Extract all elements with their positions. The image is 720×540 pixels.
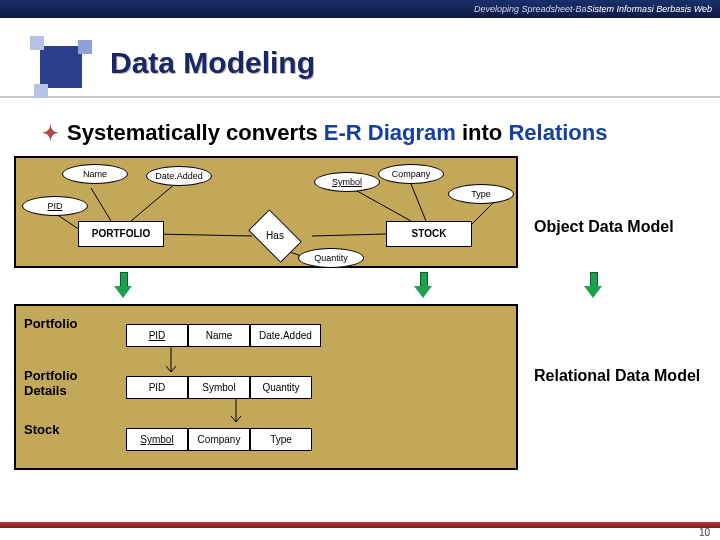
attr-date-added: Date.Added (146, 166, 212, 186)
col-name: Name (188, 324, 250, 347)
bullet-line: ✦ Systematically converts E-R Diagram in… (42, 120, 720, 146)
attr-type: Type (448, 184, 514, 204)
attr-symbol: Symbol (314, 172, 380, 192)
table-label-portfolio: Portfolio (24, 316, 77, 331)
svg-line-0 (154, 234, 252, 236)
col-pid: PID (126, 376, 188, 399)
entity-portfolio: PORTFOLIO (78, 221, 164, 247)
attr-pid: PID (22, 196, 88, 216)
arrow-down-icon (584, 272, 602, 300)
attr-name: Name (62, 164, 128, 184)
footer-bar (0, 522, 720, 528)
er-label: Object Data Model (534, 218, 674, 236)
col-date-added: Date.Added (250, 324, 321, 347)
bullet-mid: into (456, 120, 509, 145)
svg-line-2 (91, 188, 111, 221)
svg-line-5 (411, 184, 426, 221)
table-label-stock: Stock (24, 422, 59, 437)
page-number: 10 (699, 527, 710, 538)
relationship-has: Has (252, 221, 298, 251)
col-symbol: Symbol (126, 428, 188, 451)
arrow-down-icon (114, 272, 132, 300)
relational-box: Portfolio PID Name Date.Added Portfolio … (14, 304, 518, 470)
col-company: Company (188, 428, 250, 451)
attr-quantity: Quantity (298, 248, 364, 268)
arrow-down-icon (414, 272, 432, 300)
relational-label: Relational Data Model (534, 366, 700, 385)
col-type: Type (250, 428, 312, 451)
entity-stock: STOCK (386, 221, 472, 247)
diagram-zone: Name Date.Added PID Company Symbol Type … (14, 156, 706, 476)
table-portfolio-details: PID Symbol Quantity (126, 376, 312, 399)
er-diagram-box: Name Date.Added PID Company Symbol Type … (14, 156, 518, 268)
col-quantity: Quantity (250, 376, 312, 399)
col-pid: PID (126, 324, 188, 347)
bullet-icon: ✦ (42, 121, 59, 145)
header-credit: Sistem Informasi Berbasis Web (587, 4, 712, 14)
svg-line-3 (131, 183, 176, 221)
slide-title: Data Modeling (110, 46, 315, 80)
header-ghost: Developing Spreadsheet-Ba (474, 4, 587, 14)
bullet-rel: Relations (508, 120, 607, 145)
bullet-pre: Systematically converts (67, 120, 324, 145)
bullet-er: E-R Diagram (324, 120, 456, 145)
attr-company: Company (378, 164, 444, 184)
table-portfolio: PID Name Date.Added (126, 324, 321, 347)
header-bar: Developing Spreadsheet-BaSistem Informas… (0, 0, 720, 18)
table-stock: Symbol Company Type (126, 428, 312, 451)
col-symbol: Symbol (188, 376, 250, 399)
table-label-portfolio-details: Portfolio Details (24, 368, 77, 398)
title-area: Data Modeling (0, 18, 720, 98)
svg-line-1 (312, 234, 386, 236)
